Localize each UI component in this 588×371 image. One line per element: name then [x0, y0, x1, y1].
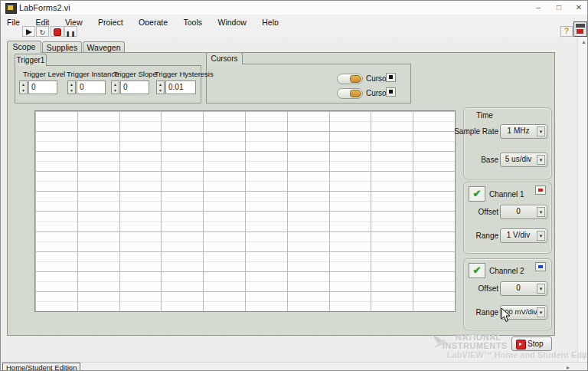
- toolbar: ↻ ❚❚: [1, 25, 588, 38]
- trigger-level-control[interactable]: ▲▼ 0: [19, 80, 57, 94]
- trigger-instance-spinner[interactable]: ▲▼: [67, 80, 76, 94]
- context-help-button[interactable]: ?: [560, 26, 573, 37]
- trigger-level-field[interactable]: 0: [28, 80, 57, 94]
- spin-down-icon[interactable]: ▼: [68, 87, 75, 94]
- cursors-tab-page: [206, 64, 411, 103]
- vi-icon[interactable]: [573, 21, 587, 37]
- front-panel: Scope Supplies Wavegen Trigger1 Trigger2…: [1, 38, 577, 362]
- channel1-range-label: Range: [476, 231, 498, 240]
- channel2-enable-checkbox[interactable]: ✔: [469, 263, 485, 278]
- dropdown-arrow-icon[interactable]: ▾: [537, 126, 545, 136]
- trigger-instance-field[interactable]: 0: [77, 80, 106, 94]
- minimize-icon[interactable]: –: [529, 1, 547, 14]
- channel1-color-button[interactable]: [535, 186, 546, 195]
- scope-plot-area: [34, 110, 456, 312]
- pause-button[interactable]: ❚❚: [64, 26, 77, 37]
- stop-icon: [516, 340, 526, 350]
- trigger-hysteresis-field[interactable]: 0.01: [165, 80, 196, 94]
- spin-up-icon[interactable]: ▲: [157, 81, 164, 87]
- channel2-color-swatch: [538, 265, 543, 268]
- spin-up-icon[interactable]: ▲: [20, 81, 27, 87]
- base-label: Base: [481, 156, 498, 164]
- trigger-slope-spinner[interactable]: ▲▼: [111, 80, 119, 94]
- window-title: LabForms2.vi: [19, 3, 70, 12]
- tab-cursors[interactable]: Cursors: [206, 52, 243, 64]
- dropdown-arrow-icon[interactable]: ▾: [537, 307, 545, 317]
- tab-supplies[interactable]: Supplies: [42, 41, 82, 53]
- sample-rate-value: 1 MHz: [501, 126, 536, 135]
- trigger-level-label: Trigger Level: [23, 70, 65, 78]
- channel2-range-value: 500 mV/div: [501, 307, 536, 316]
- scroll-left-icon[interactable]: ◂: [65, 364, 73, 371]
- trigger-instance-control[interactable]: ▲▼ 0: [67, 80, 106, 94]
- channel2-offset-label: Offset: [479, 284, 499, 293]
- channel1-range-value: 1 V/div: [501, 231, 536, 239]
- stop-label: Stop: [528, 340, 544, 348]
- scroll-up-icon[interactable]: ▴: [578, 38, 588, 45]
- trigger-slope-field[interactable]: 0: [120, 80, 149, 94]
- channel2-offset-value: 0: [501, 284, 536, 292]
- trigger-slope-control[interactable]: ▲▼ 0: [111, 80, 149, 94]
- channel2-group: ✔ Channel 2 Offset 0 ▾ Range 500 mV/div …: [463, 258, 552, 330]
- tab-scope[interactable]: Scope: [7, 41, 41, 53]
- watermark-tagline: LabVIEW™ Home and Student Edition: [447, 350, 588, 360]
- channel2-color-button[interactable]: [535, 262, 546, 271]
- cursor2-knob-icon: [350, 90, 361, 97]
- abort-icon: [54, 28, 61, 36]
- trigger-hysteresis-control[interactable]: ▲▼ 0.01: [156, 80, 196, 94]
- channel2-range-label: Range: [476, 308, 498, 317]
- run-icon: [26, 29, 32, 35]
- trigger-level-spinner[interactable]: ▲▼: [19, 80, 28, 94]
- trigger-hysteresis-spinner[interactable]: ▲▼: [156, 80, 165, 94]
- dropdown-arrow-icon[interactable]: ▾: [537, 207, 545, 217]
- base-dropdown[interactable]: 5 us/div ▾: [500, 153, 547, 167]
- scroll-right-icon[interactable]: ▸: [564, 364, 572, 371]
- spin-down-icon[interactable]: ▼: [112, 87, 119, 94]
- dropdown-arrow-icon[interactable]: ▾: [537, 155, 545, 165]
- trigger-instance-label: Trigger Instance: [67, 70, 119, 78]
- vi-titlebar-icon: [5, 3, 17, 14]
- stop-button[interactable]: Stop: [511, 337, 552, 351]
- tab-wavegen[interactable]: Wavegen: [83, 41, 125, 53]
- spin-down-icon[interactable]: ▼: [157, 87, 164, 94]
- abort-button[interactable]: [51, 26, 64, 37]
- channel1-color-swatch: [538, 189, 543, 192]
- titlebar: LabForms2.vi – □ ✕: [1, 1, 588, 15]
- channel1-title: Channel 1: [489, 190, 524, 199]
- spin-up-icon[interactable]: ▲: [112, 81, 119, 87]
- channel2-offset-dropdown[interactable]: 0 ▾: [500, 281, 547, 296]
- channel1-group: ✔ Channel 1 Offset 0 ▾ Range 1 V/div ▾: [463, 182, 552, 254]
- vertical-scrollbar[interactable]: ▴ ▾: [577, 38, 588, 362]
- channel1-range-dropdown[interactable]: 1 V/div ▾: [500, 228, 547, 243]
- horizontal-scrollbar[interactable]: Home/Student Edition ◂ ▸: [1, 362, 588, 371]
- cursor2-color-button[interactable]: [386, 87, 396, 97]
- run-continuously-button[interactable]: ↻: [36, 26, 49, 37]
- cursor1-toggle[interactable]: [337, 74, 363, 84]
- time-group-title: Time: [476, 111, 493, 120]
- cursor1-color-button[interactable]: [386, 73, 396, 82]
- sample-rate-dropdown[interactable]: 1 MHz ▾: [500, 124, 547, 139]
- trigger-slope-label: Trigger Slope: [113, 70, 157, 78]
- tab-trigger1[interactable]: Trigger1: [15, 54, 47, 66]
- spin-down-icon[interactable]: ▼: [20, 87, 27, 94]
- cursor1-knob-icon: [350, 75, 361, 83]
- run-continuously-icon: ↻: [39, 28, 45, 37]
- menubar: File Edit View Project Operate Tools Win…: [1, 15, 588, 25]
- labview-window: LabForms2.vi – □ ✕ File Edit View Projec…: [0, 0, 588, 371]
- spin-up-icon[interactable]: ▲: [68, 81, 75, 87]
- channel1-offset-dropdown[interactable]: 0 ▾: [500, 205, 547, 219]
- dropdown-arrow-icon[interactable]: ▾: [537, 284, 545, 294]
- run-button[interactable]: [22, 26, 35, 37]
- sample-rate-label: Sample Rate: [454, 127, 498, 136]
- channel1-offset-value: 0: [501, 207, 536, 215]
- maximize-icon[interactable]: □: [550, 1, 568, 14]
- close-icon[interactable]: ✕: [570, 1, 588, 14]
- pause-icon: ❚❚: [66, 31, 77, 36]
- channel1-enable-checkbox[interactable]: ✔: [469, 186, 485, 202]
- dropdown-arrow-icon[interactable]: ▾: [537, 231, 545, 241]
- cursor2-toggle[interactable]: [337, 88, 363, 99]
- channel2-title: Channel 2: [489, 267, 524, 275]
- time-group: Time Sample Rate 1 MHz ▾ Base 5 us/div ▾: [463, 107, 552, 179]
- channel2-range-dropdown[interactable]: 500 mV/div ▾: [500, 305, 547, 320]
- cursor1-color-swatch: [389, 75, 393, 79]
